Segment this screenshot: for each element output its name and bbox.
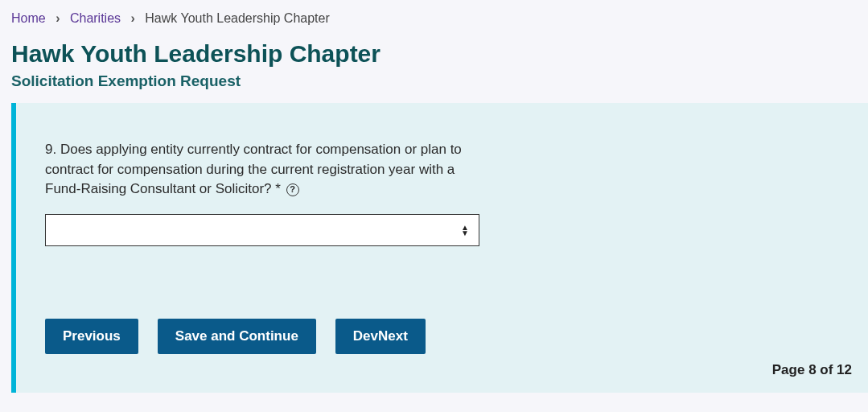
- question-text: 9. Does applying entity currently contra…: [45, 142, 462, 196]
- button-row: Previous Save and Continue DevNext: [45, 319, 839, 354]
- form-panel: 9. Does applying entity currently contra…: [11, 103, 868, 393]
- chevron-right-icon: ›: [56, 11, 60, 25]
- breadcrumb-charities-link[interactable]: Charities: [70, 11, 121, 25]
- devnext-button[interactable]: DevNext: [335, 319, 426, 354]
- help-icon[interactable]: ?: [286, 183, 299, 196]
- page-indicator: Page 8 of 12: [772, 362, 852, 378]
- answer-select-wrap: ▲ ▼: [45, 214, 479, 246]
- breadcrumb-home-link[interactable]: Home: [11, 11, 46, 25]
- breadcrumb: Home › Charities › Hawk Youth Leadership…: [0, 0, 868, 34]
- previous-button[interactable]: Previous: [45, 319, 138, 354]
- page-subtitle: Solicitation Exemption Request: [11, 72, 857, 90]
- question-label: 9. Does applying entity currently contra…: [45, 140, 479, 200]
- answer-select[interactable]: [46, 215, 479, 245]
- page-title: Hawk Youth Leadership Chapter: [11, 40, 857, 68]
- save-and-continue-button[interactable]: Save and Continue: [158, 319, 316, 354]
- chevron-right-icon: ›: [131, 11, 135, 25]
- breadcrumb-current: Hawk Youth Leadership Chapter: [145, 11, 330, 25]
